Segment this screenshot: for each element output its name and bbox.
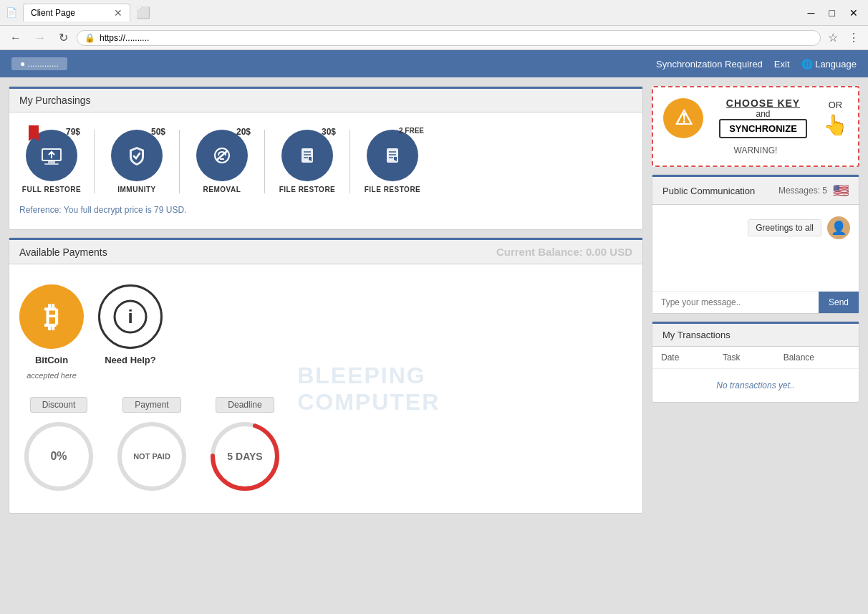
- balance-label: Current Balance: 0.00 USD: [496, 246, 632, 258]
- language-button[interactable]: 🌐 Language: [801, 59, 857, 69]
- discount-circle: 0%: [19, 417, 98, 496]
- list-item[interactable]: 79$ FULL RESTORE: [19, 130, 84, 193]
- exit-button[interactable]: Exit: [774, 59, 790, 69]
- list-item[interactable]: 30$ FILE RESTORE: [275, 130, 339, 193]
- purchase-icon-wrap: 20$: [196, 130, 248, 181]
- price-label: 79$: [66, 127, 80, 137]
- purchase-icon-wrap: 79$: [26, 130, 77, 181]
- list-item[interactable]: 2 FREE FILE RESTORE: [360, 130, 425, 193]
- purchase-icon-wrap: 50$: [111, 130, 163, 181]
- communication-title: Public Communication: [662, 186, 755, 196]
- help-option[interactable]: i Need Help?: [98, 284, 163, 365]
- divider: [349, 130, 350, 193]
- price-label: 20$: [236, 127, 251, 137]
- payments-panel: Available Payments Current Balance: 0.00…: [9, 237, 643, 514]
- window-maximize-button[interactable]: □: [825, 6, 839, 20]
- window-minimize-button[interactable]: ─: [804, 6, 819, 20]
- bookmark-icon[interactable]: ☆: [825, 29, 841, 46]
- bitcoin-icon: ₿: [19, 284, 84, 349]
- purchasing-items-list: 79$ FULL RESTORE: [19, 123, 632, 201]
- browser-titlebar: 📄 Client Page ✕ ⬜ ─ □ ✕: [0, 0, 868, 26]
- window-close-button[interactable]: ✕: [845, 6, 862, 20]
- transactions-empty: No transactions yet..: [652, 369, 859, 403]
- header-actions: Synchronization Required Exit 🌐 Language: [656, 59, 857, 69]
- status-gauges: Discount 0% Payment: [19, 390, 632, 503]
- purchase-name: REMOVAL: [203, 186, 241, 193]
- payments-header-row: Available Payments Current Balance: 0.00…: [19, 246, 632, 258]
- purchase-icon-wrap: 30$: [281, 130, 333, 181]
- price-label: 50$: [151, 127, 165, 137]
- payment-circle: NOT PAID: [112, 417, 191, 496]
- messages-count: Messages: 5: [778, 186, 827, 196]
- svg-rect-7: [220, 158, 224, 160]
- comm-meta: Messages: 5 🇺🇸: [778, 183, 849, 198]
- tab-title: Client Page: [31, 8, 75, 18]
- browser-tab[interactable]: Client Page ✕: [23, 4, 130, 21]
- payment-options: ₿ BitCoin accepted here i Need Help?: [19, 274, 632, 390]
- right-panel: ⚠ CHOOSE KEY and SYNCHRONIZE OR 👆 WARNIN…: [652, 86, 859, 605]
- warning-icon: ⚠: [663, 98, 703, 138]
- tab-close-button[interactable]: ✕: [114, 7, 122, 19]
- main-content: My Purchasings: [0, 77, 868, 614]
- app-header: ● ............. Synchronization Required…: [0, 50, 868, 77]
- page-icon: 📄: [6, 7, 17, 18]
- transactions-header: My Transactions: [652, 322, 859, 347]
- svg-rect-2: [44, 163, 59, 165]
- price-label: 30$: [322, 127, 336, 137]
- message-list: Greetings to all 👤: [652, 205, 859, 291]
- secure-icon: 🔒: [85, 33, 95, 43]
- purchase-name: FULL RESTORE: [22, 186, 81, 193]
- list-item[interactable]: 20$ REMOVAL: [190, 130, 254, 193]
- list-item[interactable]: 50$ IMMUNITY: [105, 130, 169, 193]
- purchasings-body: 79$ FULL RESTORE: [9, 112, 642, 229]
- bitcoin-option[interactable]: ₿ BitCoin accepted here: [19, 284, 84, 380]
- reload-button[interactable]: ↻: [54, 29, 72, 46]
- menu-icon[interactable]: ⋮: [845, 29, 862, 46]
- sync-required-button[interactable]: Synchronization Required: [656, 59, 763, 69]
- payments-header: Available Payments Current Balance: 0.00…: [9, 238, 642, 264]
- file-restore-free-icon: [367, 130, 418, 181]
- payment-value: NOT PAID: [133, 452, 170, 461]
- warning-text-col: CHOOSE KEY and SYNCHRONIZE: [712, 97, 814, 138]
- new-tab-button[interactable]: ⬜: [136, 6, 150, 19]
- and-label: and: [712, 109, 814, 119]
- choose-key-label[interactable]: CHOOSE KEY: [712, 97, 814, 109]
- bitcoin-label: BitCoin: [35, 355, 68, 365]
- communication-header: Public Communication Messages: 5 🇺🇸: [652, 175, 859, 205]
- or-label: OR: [829, 100, 843, 110]
- help-label: Need Help?: [105, 355, 156, 365]
- warning-content-row: ⚠ CHOOSE KEY and SYNCHRONIZE OR 👆: [663, 97, 848, 138]
- address-bar[interactable]: 🔒: [77, 30, 821, 46]
- forward-button[interactable]: →: [30, 30, 50, 46]
- price-label: 2 FREE: [399, 127, 424, 135]
- back-button[interactable]: ←: [6, 30, 26, 46]
- send-button[interactable]: Send: [819, 292, 859, 313]
- divider: [264, 130, 265, 193]
- url-input[interactable]: [100, 33, 813, 43]
- immunity-icon: [111, 130, 163, 181]
- deadline-circle: 5 DAYS: [206, 417, 284, 496]
- col-task: Task: [714, 347, 775, 369]
- purchasings-header: My Purchasings: [9, 87, 642, 112]
- message-input[interactable]: [652, 292, 819, 313]
- list-item: Greetings to all 👤: [661, 214, 850, 242]
- message-input-row: Send: [652, 291, 859, 313]
- reference-text: Reference: You full decrypt price is 79 …: [19, 201, 632, 219]
- synchronize-button[interactable]: SYNCHRONIZE: [719, 119, 807, 138]
- col-date: Date: [652, 347, 714, 369]
- purchase-icon-wrap: 2 FREE: [367, 130, 418, 181]
- deadline-value: 5 DAYS: [227, 451, 262, 462]
- payment-label: Payment: [122, 397, 180, 413]
- hand-pointer-icon: 👆: [823, 113, 848, 137]
- svg-rect-1: [48, 161, 55, 163]
- divider: [179, 130, 180, 193]
- communication-panel: Public Communication Messages: 5 🇺🇸 Gree…: [652, 174, 859, 314]
- flag-icon: 🇺🇸: [833, 183, 849, 198]
- avatar: 👤: [827, 216, 850, 239]
- payment-gauge: Payment NOT PAID: [112, 397, 191, 496]
- deadline-gauge: Deadline 5 DAYS: [206, 397, 284, 496]
- app-logo: ● .............: [11, 57, 67, 70]
- file-restore-icon: [281, 130, 333, 181]
- col-balance: Balance: [775, 347, 859, 369]
- purchase-name: FILE RESTORE: [279, 186, 336, 193]
